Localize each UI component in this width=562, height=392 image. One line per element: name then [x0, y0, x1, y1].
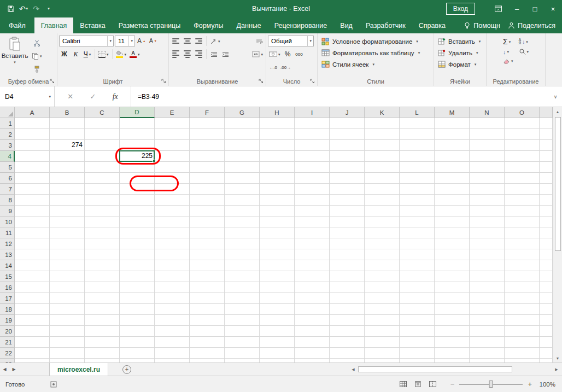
cell-O8[interactable] — [505, 195, 540, 206]
spreadsheet-grid[interactable]: ABCDEFGHIJKLMNO 123274422556789101112131… — [0, 107, 553, 362]
row-header-1[interactable]: 1 — [0, 118, 15, 129]
cell-K18[interactable] — [365, 304, 400, 315]
cell-L12[interactable] — [400, 238, 435, 249]
cell-H20[interactable] — [260, 326, 295, 337]
cell-O14[interactable] — [505, 260, 540, 271]
cell-K5[interactable] — [365, 162, 400, 173]
cell-B1[interactable] — [50, 118, 85, 129]
cell-K16[interactable] — [365, 282, 400, 293]
cell-D17[interactable] — [120, 293, 155, 304]
cell-C23[interactable] — [85, 359, 120, 362]
cell-E6[interactable] — [155, 173, 190, 184]
cell-G9[interactable] — [225, 206, 260, 217]
cell-G11[interactable] — [225, 227, 260, 238]
tab-formulas[interactable]: Формулы — [187, 17, 230, 33]
cell-L16[interactable] — [400, 282, 435, 293]
cell-K3[interactable] — [365, 140, 400, 151]
cell-O4[interactable] — [505, 151, 540, 162]
cell-A11[interactable] — [15, 227, 50, 238]
view-page-layout-button[interactable] — [412, 379, 424, 390]
cut-button[interactable] — [31, 37, 43, 48]
cell-B18[interactable] — [50, 304, 85, 315]
cell-A22[interactable] — [15, 348, 50, 359]
cell-F21[interactable] — [190, 337, 225, 348]
cell-D12[interactable] — [120, 238, 155, 249]
cell-E16[interactable] — [155, 282, 190, 293]
cell-K8[interactable] — [365, 195, 400, 206]
cell-K22[interactable] — [365, 348, 400, 359]
cell-M16[interactable] — [435, 282, 470, 293]
format-as-table-button[interactable]: Форматировать как таблицу ▾ — [319, 47, 432, 58]
cell-O17[interactable] — [505, 293, 540, 304]
cell-D10[interactable] — [120, 217, 155, 227]
cell-O1[interactable] — [505, 118, 540, 129]
cell-L3[interactable] — [400, 140, 435, 151]
cell-B14[interactable] — [50, 260, 85, 271]
zoom-slider-thumb[interactable] — [489, 381, 493, 388]
column-header-O[interactable]: O — [505, 107, 540, 118]
cell-D22[interactable] — [120, 348, 155, 359]
cell-C15[interactable] — [85, 271, 120, 282]
cell-J3[interactable] — [330, 140, 365, 151]
cell-A15[interactable] — [15, 271, 50, 282]
clear-button[interactable]: ▾ — [503, 57, 513, 64]
cell-B6[interactable] — [50, 173, 85, 184]
cell-B16[interactable] — [50, 282, 85, 293]
cell-G21[interactable] — [225, 337, 260, 348]
sheet-nav-left-button[interactable]: ◀ — [0, 363, 9, 376]
font-size-combo[interactable]: 11 ▾ — [115, 36, 135, 46]
cell-E13[interactable] — [155, 249, 190, 260]
cell-H6[interactable] — [260, 173, 295, 184]
cell-O11[interactable] — [505, 227, 540, 238]
cell-B15[interactable] — [50, 271, 85, 282]
percent-style-button[interactable]: % — [283, 49, 293, 60]
row-header-13[interactable]: 13 — [0, 249, 15, 260]
cell-O18[interactable] — [505, 304, 540, 315]
cell-B12[interactable] — [50, 238, 85, 249]
cell-E10[interactable] — [155, 217, 190, 227]
cell-I13[interactable] — [295, 249, 330, 260]
cell-E7[interactable] — [155, 184, 190, 195]
cell-K15[interactable] — [365, 271, 400, 282]
undo-button[interactable]: ↶▾ — [18, 3, 29, 15]
cell-M3[interactable] — [435, 140, 470, 151]
cell-J15[interactable] — [330, 271, 365, 282]
cell-M18[interactable] — [435, 304, 470, 315]
cell-G19[interactable] — [225, 315, 260, 326]
cell-H16[interactable] — [260, 282, 295, 293]
cell-E15[interactable] — [155, 271, 190, 282]
cell-D1[interactable] — [120, 118, 155, 129]
cell-H22[interactable] — [260, 348, 295, 359]
cell-D4[interactable]: 225 — [120, 151, 155, 162]
cell-F6[interactable] — [190, 173, 225, 184]
align-middle-button[interactable] — [182, 36, 192, 46]
cell-C11[interactable] — [85, 227, 120, 238]
cell-O15[interactable] — [505, 271, 540, 282]
cell-J19[interactable] — [330, 315, 365, 326]
cell-A17[interactable] — [15, 293, 50, 304]
cell-E4[interactable] — [155, 151, 190, 162]
cell-C12[interactable] — [85, 238, 120, 249]
cell-E19[interactable] — [155, 315, 190, 326]
cell-M17[interactable] — [435, 293, 470, 304]
cell-styles-button[interactable]: Стили ячеек ▾ — [319, 58, 432, 70]
tab-file[interactable]: Файл — [0, 17, 34, 33]
cell-C20[interactable] — [85, 326, 120, 337]
cell-F18[interactable] — [190, 304, 225, 315]
cell-H11[interactable] — [260, 227, 295, 238]
tab-view[interactable]: Вид — [333, 17, 359, 33]
cell-C10[interactable] — [85, 217, 120, 227]
cell-O2[interactable] — [505, 129, 540, 140]
cell-H1[interactable] — [260, 118, 295, 129]
cell-E21[interactable] — [155, 337, 190, 348]
cell-J10[interactable] — [330, 217, 365, 227]
format-cells-button[interactable]: Формат ▾ — [435, 58, 485, 70]
cell-C19[interactable] — [85, 315, 120, 326]
dialog-launcher-icon[interactable] — [161, 79, 166, 84]
cell-A14[interactable] — [15, 260, 50, 271]
view-page-break-button[interactable] — [427, 379, 439, 390]
cell-K6[interactable] — [365, 173, 400, 184]
cell-F16[interactable] — [190, 282, 225, 293]
cell-K1[interactable] — [365, 118, 400, 129]
cell-H7[interactable] — [260, 184, 295, 195]
